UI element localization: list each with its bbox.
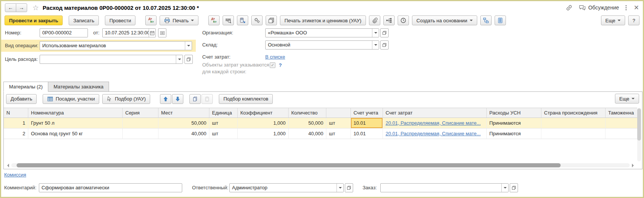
tab-customer-materials[interactable]: Материалы заказчика	[48, 82, 109, 92]
col-header-customs[interactable]: Таможенна	[606, 108, 637, 118]
more-actions-button[interactable]: Еще	[601, 15, 625, 25]
col-header-n[interactable]: N	[4, 108, 28, 118]
equipment-settings-button[interactable]	[251, 15, 263, 25]
purpose-dropdown-button[interactable]	[176, 55, 183, 63]
barcode-scan-button[interactable]	[223, 15, 234, 25]
structure-button[interactable]	[383, 15, 395, 25]
order-field[interactable]	[380, 183, 509, 192]
col-header-quantity[interactable]: Количество	[289, 108, 326, 118]
number-field[interactable]: 0Р00-000002	[40, 28, 88, 37]
order-dropdown-button[interactable]	[501, 184, 508, 192]
organization-dropdown-button[interactable]	[372, 29, 379, 37]
cost-objects-help-link[interactable]: ?	[279, 62, 282, 69]
cell-n[interactable]: 2	[4, 128, 28, 139]
cell-places[interactable]: 40,000	[158, 128, 209, 139]
scroll-left-icon[interactable]	[5, 164, 9, 167]
warehouse-dropdown-button[interactable]	[372, 41, 379, 49]
date-field[interactable]: 10.07.2025 12:30:00	[102, 28, 156, 37]
cell-customs[interactable]	[606, 118, 637, 128]
cell-places[interactable]: 50,000	[158, 118, 209, 128]
scroll-right-icon[interactable]	[632, 164, 636, 167]
cell-account-active[interactable]: 10.01	[351, 118, 383, 128]
horizontal-scrollbar-track[interactable]	[11, 163, 630, 167]
help-button[interactable]: ?	[628, 15, 639, 25]
number-settings-button[interactable]	[158, 28, 166, 37]
table-row[interactable]: 1 Грунт 50 л 50,000 шт 1,000 50,000 шт 1…	[4, 118, 637, 128]
cell-cost-account[interactable]: 20.01, Распределяемая, Списание мате...	[383, 118, 487, 128]
col-header-series[interactable]: Серия	[123, 108, 158, 118]
cell-quantity[interactable]: 50,000	[289, 118, 326, 128]
cell-series[interactable]	[123, 128, 158, 139]
col-header-cost-account[interactable]: Счет затрат	[383, 108, 487, 118]
table-more-button[interactable]: Еще	[615, 94, 639, 104]
print-labels-button[interactable]: Печать этикеток и ценников (УАУ)	[280, 15, 366, 25]
cell-account[interactable]: 10.01	[351, 128, 383, 139]
dtkt-postings-button[interactable]: ДтКт	[145, 15, 157, 25]
tab-materials[interactable]: Материалы (2)	[3, 82, 48, 92]
warehouse-open-button[interactable]	[380, 40, 389, 50]
print-menu-button[interactable]: Печать	[160, 15, 198, 25]
horizontal-scrollbar-thumb[interactable]	[17, 163, 561, 167]
cost-objects-checkbox[interactable]: ✓	[270, 62, 275, 68]
cell-unit2[interactable]: шт	[326, 128, 351, 139]
table-row[interactable]: 2 Основа под грунт 50 кг 40,000 шт 1,000…	[4, 128, 637, 139]
save-button[interactable]: Записать	[69, 15, 99, 25]
cell-customs[interactable]	[606, 128, 637, 139]
responsible-dropdown-button[interactable]	[337, 184, 343, 192]
related-documents-button[interactable]	[480, 15, 492, 25]
history-button[interactable]	[398, 15, 409, 25]
move-row-up-button[interactable]	[160, 94, 171, 104]
col-header-unit[interactable]: Единица	[209, 108, 238, 118]
cell-quantity[interactable]: 40,000	[289, 128, 326, 139]
paste-rows-button[interactable]	[201, 94, 213, 104]
post-button[interactable]: Провести	[105, 15, 136, 25]
close-icon[interactable]: ✕	[634, 4, 639, 12]
cell-nomenclature[interactable]: Грунт 50 л	[28, 118, 123, 128]
vertical-scrollbar[interactable]	[637, 108, 641, 161]
operation-dropdown-button[interactable]	[185, 42, 192, 50]
data-terminal-button[interactable]	[237, 15, 248, 25]
copy-rows-button[interactable]	[189, 94, 201, 104]
copy-link-button[interactable]	[566, 4, 573, 11]
plots-areas-button[interactable]: Посадки, участки	[43, 94, 99, 104]
col-header-unit2[interactable]	[326, 108, 351, 118]
more-menu-button[interactable]	[625, 5, 627, 11]
cell-unit2[interactable]: шт	[326, 118, 351, 128]
favorite-star-icon[interactable]: ☆	[32, 3, 39, 12]
col-header-nomenclature[interactable]: Номенклатура	[28, 108, 123, 118]
cost-account-link[interactable]: 20.01, Распределяемая, Списание мате...	[386, 120, 481, 126]
organization-open-button[interactable]	[380, 28, 389, 37]
cell-nomenclature[interactable]: Основа под грунт 50 кг	[28, 128, 123, 139]
forward-button[interactable]: →	[16, 3, 27, 12]
cost-account-link[interactable]: 20.01, Распределяемая, Списание мате...	[386, 131, 481, 136]
back-button[interactable]: ←	[5, 3, 16, 12]
responsible-open-button[interactable]	[345, 183, 353, 192]
warehouse-field[interactable]: Основной	[265, 40, 379, 50]
purpose-field[interactable]	[40, 55, 183, 64]
register-report-button[interactable]	[495, 15, 506, 25]
col-header-coefficient[interactable]: Коэффициент	[238, 108, 289, 118]
cell-usn-expenses[interactable]: Принимаются	[487, 118, 541, 128]
move-row-down-button[interactable]	[172, 94, 183, 104]
cell-country[interactable]	[541, 118, 606, 128]
cost-account-list-link[interactable]: В списке	[265, 53, 285, 62]
col-header-places[interactable]: Мест	[158, 108, 209, 118]
pick-uau-button[interactable]: Подбор (УАУ)	[102, 94, 150, 104]
create-based-on-button[interactable]: Создать на основании	[412, 15, 477, 25]
attachments-button[interactable]	[369, 15, 380, 25]
order-open-button[interactable]	[510, 183, 518, 192]
vertical-scrollbar-thumb[interactable]	[637, 108, 641, 141]
cell-coefficient[interactable]: 1,000	[238, 128, 289, 139]
commission-link[interactable]: Комиссия	[4, 172, 26, 178]
cell-series[interactable]	[123, 118, 158, 128]
col-header-account[interactable]: Счет учета	[351, 108, 383, 118]
discussion-button[interactable]: Обсуждение	[579, 4, 619, 11]
pick-kits-button[interactable]: Подбор комплектов	[219, 94, 273, 104]
cell-unit[interactable]: шт	[209, 128, 238, 139]
comment-field[interactable]: Сформирован автоматически	[39, 183, 182, 192]
cell-n[interactable]: 1	[4, 118, 28, 128]
copies-button[interactable]	[266, 15, 277, 25]
operation-type-field[interactable]: Использование материалов	[40, 41, 192, 50]
add-row-button[interactable]: Добавить	[6, 94, 37, 104]
cell-unit[interactable]: шт	[209, 118, 238, 128]
